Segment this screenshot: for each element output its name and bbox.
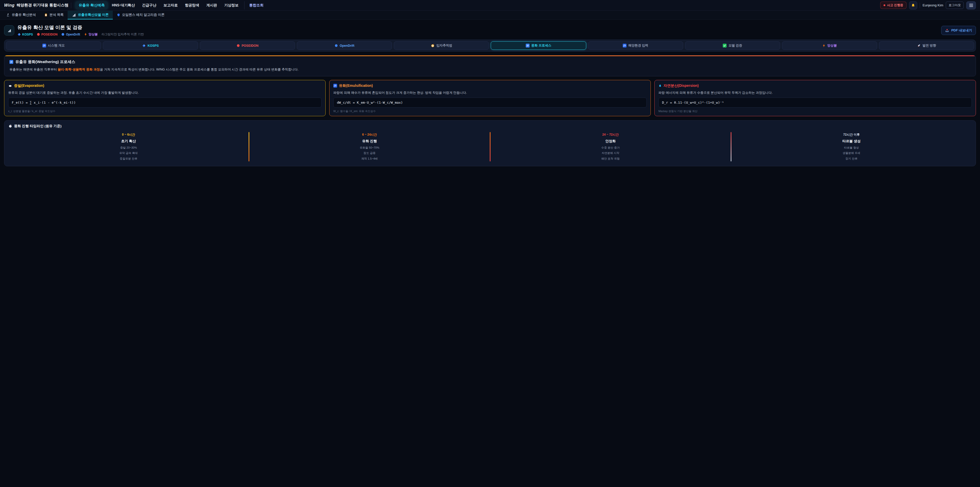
timeline-title: 풍화 진행 타임라인 (원유 기준) (8, 124, 972, 128)
red-circle-icon (237, 44, 240, 47)
nav-item[interactable]: 보고자료 (160, 1, 181, 10)
process-card-title: 증발(Evaporation) (8, 83, 321, 88)
clipboard-icon (44, 13, 48, 17)
process-card: 유화(Emulsification) 파랑에 의해 해수가 유류에 혼입되어 점… (329, 80, 651, 116)
notification-button[interactable] (909, 1, 917, 10)
page-title: 유출유 확산 모델 이론 및 검증 (18, 24, 144, 31)
droplet-icon (659, 84, 662, 88)
subtab[interactable]: 분석 목록 (40, 11, 68, 19)
nav-item[interactable]: 긴급구난 (138, 1, 159, 10)
pdf-export-button[interactable]: PDF 내보내기 (941, 26, 976, 35)
stage-period: 72시간 이후 (733, 133, 969, 137)
stage-items: 유화율 50~70% 점도 급증 체적 1.5~4배 (251, 145, 487, 161)
rocket-icon (917, 44, 921, 48)
stage-name: 안정화 (493, 139, 729, 144)
stage-period: 6 ~ 24시간 (251, 133, 487, 137)
process-card: 자연분산(Dispersion) 파랑 에너지에 의해 유류가 수중으로 분산되… (654, 80, 976, 116)
model-tab[interactable]: 앙상블 (782, 42, 877, 50)
model-tab[interactable]: 시스템 개요 (6, 42, 101, 50)
nav-item[interactable]: 기상정보 (221, 1, 242, 10)
app-title: 해양환경 위기대응 통합시스템 (17, 3, 68, 8)
timeline-grid: 0 ~ 6시간 초기 확산 증발 20~30% 유막 급속 확대 중질유분 잔류… (8, 131, 972, 162)
formula-box: D_r = 0.11·(U_w+U_c)²·(1+U_w)⁻¹ (659, 97, 972, 107)
diamond-icon (142, 44, 146, 48)
stage-items: 타르볼 형성 생물분해 우세 장기 잔류 (733, 145, 969, 161)
timeline-stage: 6 ~ 24시간 유화 진행 유화율 50~70% 점도 급증 체적 1.5~4… (249, 131, 490, 162)
model-tab[interactable]: KOSPS (103, 42, 198, 50)
subtab-bar: 유출유 확산분석 분석 목록 유출유확산모델 이론 오일펜스 배치 알고리즘 이… (0, 11, 980, 20)
nav-item[interactable]: 통합조회 (244, 1, 267, 10)
subtab[interactable]: 유출유확산모델 이론 (68, 11, 113, 19)
set-square-icon (7, 28, 11, 33)
model-tab[interactable]: 모델 검증 (685, 42, 780, 50)
model-badge: KOSPS (18, 33, 33, 36)
shield-icon (117, 13, 120, 17)
nav-item[interactable]: 항공탐색 (181, 1, 202, 10)
bell-icon (911, 3, 915, 7)
model-badge: OpenDrift (61, 33, 80, 36)
wave-icon (333, 84, 337, 88)
theory-note: 라그랑지안 입자추적 이론 기반 (102, 32, 144, 37)
model-tabstrip: 시스템 개요 KOSPS POSEIDON OpenDrift 입자추적법 풍화… (4, 40, 976, 51)
model-tab[interactable]: 해양환경 입력 (588, 42, 683, 50)
microscope-icon (6, 13, 10, 17)
bolt-icon (822, 44, 826, 48)
hamburger-icon (969, 4, 973, 4)
process-card-desc: 파랑에 의해 해수가 유류에 혼입되어 점도가 크게 증가하는 현상. 방제 작… (333, 90, 647, 95)
brand: Wing 해양환경 위기대응 통합시스템 (4, 3, 68, 8)
weathering-body: 유출유는 해면에 유출된 직후부터 물리·화학·생물학적 풍화 과정을 거쳐 지… (10, 67, 970, 72)
model-badge: 앙상블 (84, 32, 98, 37)
formula-note: Mackay 경험식 기반 분산율 계산 (659, 110, 972, 113)
process-card-desc: 유류의 경질 성분이 대기로 증발하는 과정. 유출 초기 수시간 내에 가장 … (8, 90, 321, 95)
wave-icon (42, 44, 46, 48)
subtab[interactable]: 오일펜스 배치 알고리즘 이론 (113, 11, 169, 19)
process-cards: 증발(Evaporation) 유류의 경질 성분이 대기로 증발하는 과정. … (4, 80, 976, 116)
weathering-panel: 유출유 풍화(Weathering) 프로세스 유출유는 해면에 유출된 직후부… (4, 55, 976, 77)
nav-item[interactable]: 유출유 확산예측 (75, 1, 108, 10)
app-logo: Wing (4, 3, 14, 8)
incident-status-badge[interactable]: 사고 진행중 (880, 2, 907, 9)
top-navbar: Wing 해양환경 위기대응 통합시스템 유출유 확산예측 HNS·대기확산 긴… (0, 0, 980, 11)
model-badge: POSEIDON (37, 33, 57, 36)
process-card-title: 자연분산(Dispersion) (659, 83, 972, 88)
main-content: 유출유 확산 모델 이론 및 검증 KOSPS POSEIDON OpenDri… (0, 20, 980, 172)
formula-box: F_e(t) = ∑ x_i·(1 - e^(-k_ei·t)) (8, 97, 321, 107)
blue-circle-icon (334, 44, 338, 47)
stage-name: 초기 확산 (11, 139, 247, 144)
status-dot-icon (883, 4, 885, 6)
user-name: Eunjeong Kim (923, 3, 943, 7)
bolt-icon (84, 32, 87, 36)
timeline-stage: 24 ~ 72시간 안정화 수중 분산 증가 자연분해 시작 해안 표착 위험 (490, 131, 731, 162)
stage-period: 24 ~ 72시간 (493, 133, 729, 137)
stage-name: 타르볼 생성 (733, 139, 969, 144)
subtab[interactable]: 유출유 확산분석 (2, 11, 40, 19)
nav-right: 사고 진행중 Eunjeong Kim 로그아웃 (880, 1, 976, 10)
process-card-desc: 파랑 에너지에 의해 유류가 수중으로 분산되어 유막 두께가 감소하는 과정입… (659, 90, 972, 95)
menu-button[interactable] (966, 1, 976, 10)
timeline-panel: 풍화 진행 타임라인 (원유 기준) 0 ~ 6시간 초기 확산 증발 20~3… (4, 120, 976, 166)
divider (71, 3, 71, 8)
highlight-text: 물리·화학·생물학적 풍화 과정 (58, 68, 100, 71)
logout-button[interactable]: 로그아웃 (946, 2, 964, 9)
page-header: 유출유 확산 모델 이론 및 검증 KOSPS POSEIDON OpenDri… (4, 24, 976, 37)
nav-item[interactable]: 게시판 (203, 1, 220, 10)
red-circle-icon (37, 33, 40, 36)
model-tab[interactable]: POSEIDON (200, 42, 295, 50)
weathering-title: 유출유 풍화(Weathering) 프로세스 (10, 59, 970, 64)
model-tab[interactable]: OpenDrift (297, 42, 392, 50)
nav-item[interactable]: HNS·대기확산 (108, 1, 138, 10)
model-tab[interactable]: 발전 방향 (879, 42, 974, 50)
stopwatch-icon (8, 124, 12, 128)
refresh-icon (526, 44, 530, 48)
model-tab[interactable]: 풍화 프로세스 (491, 42, 586, 50)
stage-items: 증발 20~30% 유막 급속 확대 중질유분 잔류 (11, 145, 247, 161)
compass-icon (431, 44, 434, 48)
model-tab[interactable]: 입자추적법 (394, 42, 489, 50)
stage-period: 0 ~ 6시간 (11, 133, 247, 137)
stage-name: 유화 진행 (251, 139, 487, 144)
timeline-stage: 0 ~ 6시간 초기 확산 증발 20~30% 유막 급속 확대 중질유분 잔류 (8, 131, 248, 162)
stage-items: 수중 분산 증가 자연분해 시작 해안 표착 위험 (493, 145, 729, 161)
incident-status-label: 사고 진행중 (887, 3, 903, 7)
process-card: 증발(Evaporation) 유류의 경질 성분이 대기로 증발하는 과정. … (4, 80, 326, 116)
cloud-icon (8, 84, 12, 88)
